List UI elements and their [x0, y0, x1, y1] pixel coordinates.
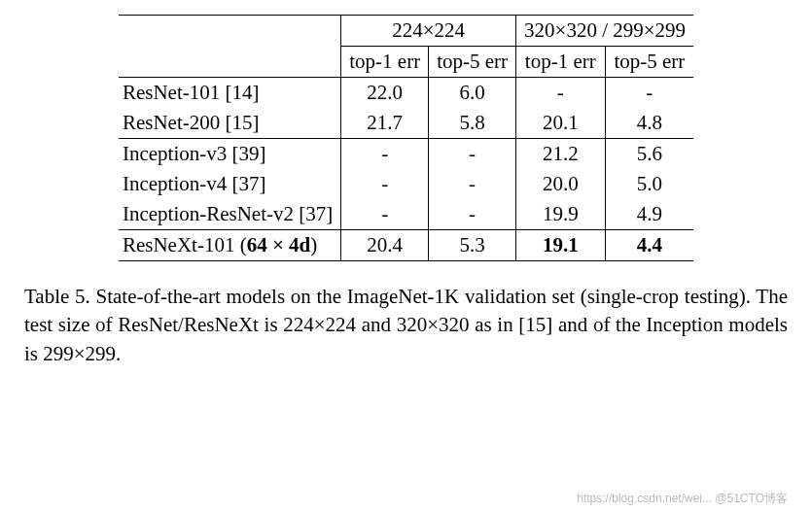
table-row: ResNet-200 [15] 21.7 5.8 20.1 4.8: [119, 108, 693, 139]
cell-top1-b: 20.1: [516, 108, 606, 139]
cell-top5-b: 5.0: [605, 169, 693, 199]
cell-top1-a: 20.4: [341, 230, 429, 261]
results-table: 224×224 320×320 / 299×299 top-1 err top-…: [119, 15, 693, 261]
cell-top1-a: -: [341, 139, 429, 170]
cell-top5-b: 4.8: [605, 108, 693, 139]
cell-top5-a: -: [429, 169, 516, 199]
model-name: ResNet-101 [14]: [119, 78, 341, 109]
header-row-sub: top-1 err top-5 err top-1 err top-5 err: [119, 47, 693, 78]
table-row: Inception-v4 [37] - - 20.0 5.0: [119, 169, 693, 199]
cell-top5-a: 5.3: [429, 230, 516, 261]
col-group-320: 320×320 / 299×299: [516, 16, 694, 47]
table-row: Inception-v3 [39] - - 21.2 5.6: [119, 139, 693, 170]
cell-top5-b: 4.9: [605, 199, 693, 230]
cell-top5-a: -: [429, 139, 516, 170]
cell-top1-a: -: [341, 169, 429, 199]
cell-top1-a: 21.7: [341, 108, 429, 139]
col-top1-a: top-1 err: [341, 47, 429, 78]
table-row: Inception-ResNet-v2 [37] - - 19.9 4.9: [119, 199, 693, 230]
cell-top1-b: 21.2: [516, 139, 606, 170]
model-name: ResNet-200 [15]: [119, 108, 341, 139]
table-row: ResNeXt-101 (64 × 4d) 20.4 5.3 19.1 4.4: [119, 230, 693, 261]
col-top5-b: top-5 err: [605, 47, 693, 78]
cell-top5-b: 4.4: [605, 230, 693, 261]
col-top1-b: top-1 err: [516, 47, 606, 78]
cell-top5-a: 6.0: [429, 78, 516, 109]
model-name: Inception-v4 [37]: [119, 169, 341, 199]
header-row-groups: 224×224 320×320 / 299×299: [119, 16, 693, 47]
cell-top1-a: -: [341, 199, 429, 230]
table-row: ResNet-101 [14] 22.0 6.0 - -: [119, 78, 693, 109]
table-caption: Table 5. State-of-the-art models on the …: [24, 283, 788, 368]
cell-top5-b: 5.6: [605, 139, 693, 170]
col-top5-a: top-5 err: [429, 47, 516, 78]
cell-top5-a: -: [429, 199, 516, 230]
cell-top1-b: 19.9: [516, 199, 606, 230]
cell-top5-a: 5.8: [429, 108, 516, 139]
model-name: Inception-ResNet-v2 [37]: [119, 199, 341, 230]
col-group-224: 224×224: [341, 16, 516, 47]
model-name: ResNeXt-101 (64 × 4d): [119, 230, 341, 261]
model-name: Inception-v3 [39]: [119, 139, 341, 170]
cell-top1-b: 20.0: [516, 169, 606, 199]
cell-top1-b: -: [516, 78, 606, 109]
cell-top5-b: -: [605, 78, 693, 109]
cell-top1-a: 22.0: [341, 78, 429, 109]
cell-top1-b: 19.1: [516, 230, 606, 261]
